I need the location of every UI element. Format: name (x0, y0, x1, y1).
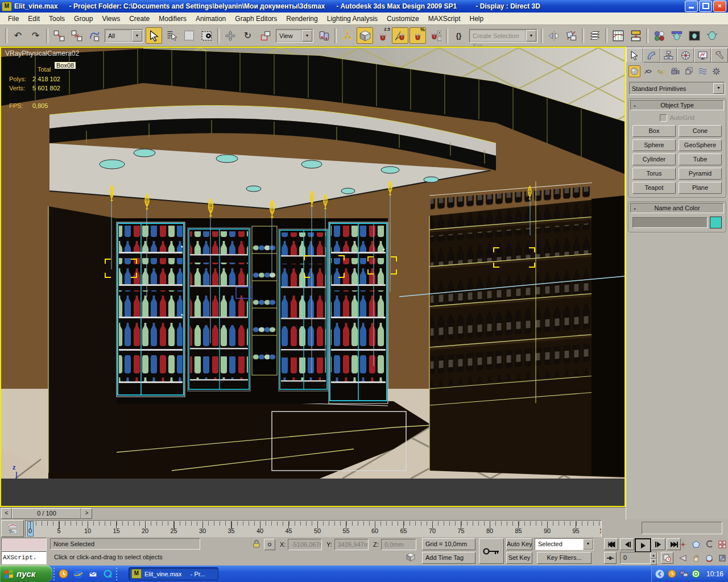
objtype-torus[interactable]: Torus (632, 168, 676, 180)
zoom-button[interactable] (677, 539, 689, 550)
curve-editor-button[interactable] (610, 27, 626, 44)
snap-25d-toggle[interactable]: 2.5 (374, 27, 391, 44)
objtype-pyramid[interactable]: Pyramid (679, 168, 722, 180)
dropdown-arrow-icon[interactable]: ▼ (132, 30, 142, 41)
previous-frame-button[interactable] (620, 538, 634, 550)
selection-filter-dropdown[interactable]: All ▼ (105, 29, 143, 43)
quick-render-button[interactable] (704, 27, 720, 44)
object-color-swatch[interactable] (710, 217, 722, 228)
window-crossing-toggle[interactable] (198, 27, 215, 44)
set-key-button[interactable]: Set Key (506, 552, 532, 564)
select-and-manipulate-button[interactable] (339, 27, 355, 44)
create-cameras-button[interactable] (669, 65, 681, 77)
menu-animation[interactable]: Animation (191, 14, 230, 24)
bind-to-space-warp-button[interactable] (86, 27, 102, 44)
tray-collapse-chevron[interactable] (655, 569, 665, 579)
absolute-offset-toggle[interactable] (264, 539, 275, 550)
y-coord-field[interactable]: 3426,947m (334, 539, 369, 550)
auto-key-button[interactable]: Auto Key (506, 538, 532, 550)
tab-motion[interactable] (677, 48, 694, 63)
reference-coordinate-dropdown[interactable]: View ▼ (276, 29, 313, 43)
select-and-rotate-button[interactable]: ↻ (239, 27, 256, 44)
select-and-scale-button[interactable] (257, 27, 274, 44)
quicklaunch-outlook-icon[interactable] (57, 568, 69, 580)
spinner-snap-toggle[interactable] (427, 27, 444, 44)
create-spacewarps-button[interactable] (697, 65, 709, 77)
objtype-teapot[interactable]: Teapot (632, 182, 676, 194)
mirror-button[interactable] (545, 27, 562, 44)
next-frame-button[interactable] (651, 538, 665, 550)
tab-hierarchy[interactable] (660, 48, 677, 63)
select-and-move-button[interactable] (222, 27, 238, 44)
objtype-cone[interactable]: Cone (679, 125, 722, 137)
start-button[interactable]: пуск (0, 566, 52, 582)
camera-viewport[interactable]: z VRayPhysicalCamera02 Total Polys: 2 41… (0, 47, 626, 507)
create-helpers-button[interactable] (683, 65, 695, 77)
play-animation-button[interactable] (635, 538, 651, 552)
objtype-cylinder[interactable]: Cylinder (632, 153, 676, 165)
objtype-geosphere[interactable]: GeoSphere (679, 139, 722, 151)
use-pivot-center-button[interactable] (316, 27, 332, 44)
open-mini-curve-editor-button[interactable] (1, 520, 24, 537)
angle-snap-toggle[interactable] (392, 27, 408, 44)
create-shapes-button[interactable] (642, 65, 654, 77)
time-configuration-button[interactable] (661, 552, 673, 564)
tray-clock-app-icon[interactable] (667, 569, 677, 579)
percent-snap-toggle[interactable]: % (410, 27, 426, 44)
arc-rotate-button[interactable] (703, 552, 715, 564)
unlink-selection-button[interactable] (68, 27, 85, 44)
quicklaunch-ie-icon[interactable] (72, 568, 84, 580)
collapse-icon[interactable]: - (631, 205, 639, 211)
maxscript-listener-input[interactable]: AXScript. (1, 551, 47, 564)
objtype-tube[interactable]: Tube (679, 153, 722, 165)
autogrid-checkbox[interactable] (660, 114, 667, 122)
menu-customize[interactable]: Customize (382, 14, 424, 24)
undo-button[interactable]: ↶ (10, 27, 26, 44)
time-prev-key-button[interactable]: < (1, 508, 12, 519)
select-object-button[interactable] (146, 27, 162, 44)
material-editor-button[interactable] (651, 27, 667, 44)
pan-button[interactable] (690, 552, 702, 564)
menu-file[interactable]: File (3, 14, 23, 24)
selected-filter-dropdown[interactable]: Selected ▼ (535, 538, 594, 550)
viewport-camera-label[interactable]: VRayPhysicalCamera02 (5, 49, 79, 57)
restore-button[interactable] (699, 1, 712, 12)
select-by-name-button[interactable] (163, 27, 180, 44)
menu-help[interactable]: Help (465, 14, 488, 24)
minimize-button[interactable] (685, 1, 698, 12)
object-type-header[interactable]: - Object Type (630, 100, 724, 110)
maxscript-listener-macro[interactable] (1, 538, 47, 551)
field-of-view-button[interactable] (677, 552, 689, 564)
create-geometry-button[interactable] (628, 65, 640, 77)
render-setup-button[interactable] (668, 27, 685, 44)
collapse-icon[interactable]: - (631, 102, 639, 109)
align-button[interactable] (563, 27, 580, 44)
close-button[interactable]: × (713, 1, 726, 12)
time-slider-handle[interactable]: 0 / 100 (12, 508, 81, 519)
menu-group[interactable]: Group (69, 14, 97, 24)
tab-modify[interactable] (643, 48, 660, 63)
zoom-region-button[interactable] (703, 539, 715, 550)
go-to-start-button[interactable] (604, 538, 618, 550)
selection-lock-toggle[interactable] (253, 539, 260, 550)
menu-views[interactable]: Views (97, 14, 125, 24)
time-slider-groove[interactable] (0, 507, 626, 519)
select-and-link-button[interactable] (51, 27, 67, 44)
name-color-header[interactable]: - Name and Color (630, 203, 724, 213)
x-coord-field[interactable]: -5106,067m (288, 539, 322, 550)
primitive-category-dropdown[interactable]: Standard Primitives ▼ (629, 82, 725, 95)
objtype-box[interactable]: Box (632, 125, 676, 137)
taskbar-item-3dsmax[interactable]: M Elit_vine.max - Pr... (129, 567, 218, 580)
zoom-extents-all-button[interactable] (716, 539, 728, 550)
frame-spin-down[interactable]: ▼ (650, 559, 657, 565)
named-selection-sets-button[interactable]: {} (450, 27, 467, 44)
create-systems-button[interactable] (710, 65, 722, 77)
rendered-frame-window-button[interactable] (686, 27, 702, 44)
redo-button[interactable]: ↷ (27, 27, 44, 44)
tab-display[interactable] (694, 48, 711, 63)
zoom-extents-button[interactable] (690, 539, 702, 550)
object-name-input[interactable] (632, 217, 708, 228)
isolate-cube-icon[interactable] (406, 552, 415, 563)
set-keys-button[interactable] (479, 538, 504, 564)
tab-utilities[interactable] (711, 48, 728, 63)
